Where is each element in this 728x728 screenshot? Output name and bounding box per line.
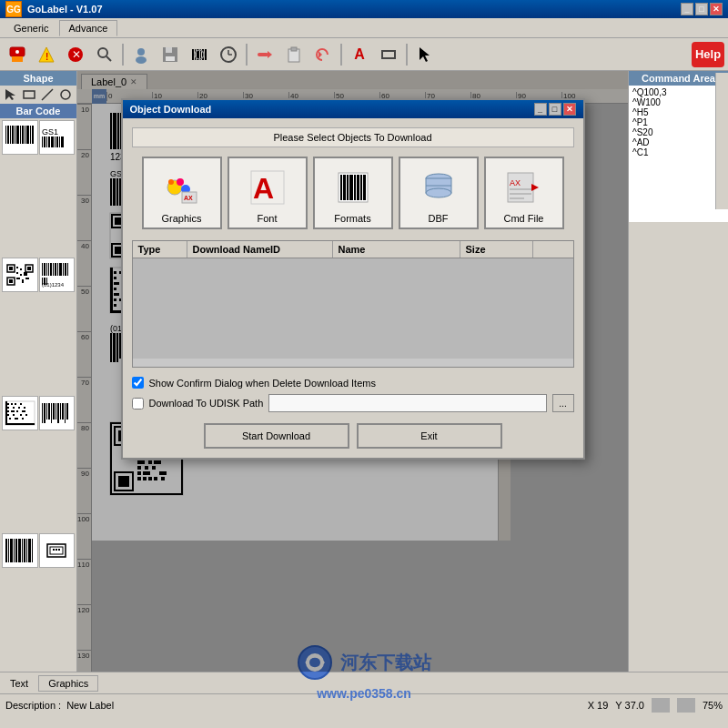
svg-rect-53 xyxy=(55,136,56,147)
svg-rect-14 xyxy=(192,49,194,60)
font-label: Font xyxy=(257,213,277,224)
exit-btn[interactable]: Exit xyxy=(357,423,502,449)
udisk-browse-btn[interactable]: ... xyxy=(552,394,574,412)
tab-text[interactable]: Text xyxy=(0,675,38,692)
minimize-btn[interactable]: _ xyxy=(681,3,693,15)
arrow-icon[interactable] xyxy=(4,87,18,102)
barcode-item-4[interactable]: (01)1234 xyxy=(39,258,76,292)
object-font[interactable]: A Font xyxy=(228,157,308,229)
svg-rect-79 xyxy=(57,263,58,276)
object-cmdfile[interactable]: AX Cmd File xyxy=(484,157,564,229)
rect-icon[interactable] xyxy=(22,87,36,102)
toolbar-text[interactable]: A xyxy=(346,42,373,67)
svg-rect-356 xyxy=(357,175,359,200)
barcode-item-1[interactable] xyxy=(2,120,38,155)
svg-rect-355 xyxy=(354,175,356,200)
svg-rect-108 xyxy=(15,418,18,420)
menu-bar: Generic Advance xyxy=(0,18,728,38)
svg-rect-102 xyxy=(22,410,25,412)
toolbar-save[interactable] xyxy=(157,42,184,67)
modal-close[interactable]: ✕ xyxy=(563,103,576,116)
toolbar: ! ✕ A Help xyxy=(0,38,728,71)
modal-maximize[interactable]: □ xyxy=(549,103,561,116)
toolbar-stop[interactable]: ✕ xyxy=(62,42,89,67)
close-btn[interactable]: ✕ xyxy=(710,3,723,15)
toolbar-search[interactable] xyxy=(91,42,118,67)
svg-rect-119 xyxy=(62,403,64,420)
circle-icon[interactable] xyxy=(58,87,73,102)
svg-point-2 xyxy=(15,50,19,54)
svg-rect-45 xyxy=(30,126,31,144)
start-download-btn[interactable]: Start Download xyxy=(204,423,349,449)
confirm-dialog-checkbox[interactable] xyxy=(132,377,144,389)
toolbar-undo[interactable] xyxy=(309,42,337,67)
barcode-item-8[interactable] xyxy=(39,533,76,568)
toolbar-user[interactable] xyxy=(127,42,155,67)
svg-text:AX: AX xyxy=(184,195,193,201)
svg-point-10 xyxy=(136,56,147,64)
tab-graphics[interactable]: Graphics xyxy=(38,675,98,692)
zoom-level: 75% xyxy=(703,700,723,711)
svg-rect-44 xyxy=(26,126,29,144)
udisk-checkbox[interactable] xyxy=(132,398,144,410)
svg-rect-351 xyxy=(340,175,342,200)
toolbar-barcode[interactable] xyxy=(186,42,213,67)
modal-minimize[interactable]: _ xyxy=(534,103,547,116)
barcode-item-5[interactable] xyxy=(2,396,38,430)
svg-marker-30 xyxy=(420,47,430,62)
svg-rect-32 xyxy=(24,91,35,98)
status-left: Description : New Label xyxy=(5,700,114,711)
svg-rect-109 xyxy=(22,418,24,420)
right-scrollbar[interactable] xyxy=(715,73,728,209)
svg-marker-28 xyxy=(318,51,322,58)
object-dbf[interactable]: DBF xyxy=(399,157,479,229)
svg-rect-36 xyxy=(7,126,9,144)
menu-advance[interactable]: Advance xyxy=(59,20,118,36)
barcode-item-7[interactable] xyxy=(2,533,38,568)
line-icon[interactable] xyxy=(40,87,55,102)
svg-rect-121 xyxy=(66,403,68,420)
svg-rect-35 xyxy=(5,126,6,144)
svg-rect-97 xyxy=(18,407,20,409)
object-graphics[interactable]: AX Graphics xyxy=(142,157,222,229)
command-content: ^Q100,3 ^W100 ^H5 ^P1 ^S20 ^AD ^C1 xyxy=(629,86,728,222)
window-controls: _ □ ✕ xyxy=(681,3,723,15)
table-body xyxy=(133,258,573,359)
toolbar-clipboard[interactable] xyxy=(280,42,308,67)
menu-generic[interactable]: Generic xyxy=(4,20,59,36)
barcode-item-3[interactable] xyxy=(2,258,38,292)
object-formats[interactable]: Formats xyxy=(313,157,393,229)
svg-rect-136 xyxy=(53,549,55,551)
svg-line-33 xyxy=(42,89,53,100)
toolbar-right-arrow[interactable] xyxy=(251,42,278,67)
svg-rect-81 xyxy=(63,263,64,276)
svg-rect-103 xyxy=(7,414,9,416)
status-bar: Description : New Label X 19 Y 37.0 75% xyxy=(0,693,728,715)
toolbar-clock[interactable] xyxy=(215,42,242,67)
svg-rect-354 xyxy=(349,175,353,200)
svg-rect-37 xyxy=(10,126,11,144)
toolbar-warning[interactable]: ! xyxy=(33,42,60,67)
modal-overlay: Object Download _ □ ✕ Please Select Obje… xyxy=(77,71,628,672)
command-header: Command Area xyxy=(629,71,728,86)
toolbar-print[interactable] xyxy=(4,42,31,67)
col-name: Name xyxy=(333,241,460,258)
dbf-icon xyxy=(417,166,460,209)
svg-rect-42 xyxy=(22,126,24,144)
toolbar-rect[interactable] xyxy=(375,42,402,67)
svg-rect-67 xyxy=(20,274,22,276)
barcode-item-6[interactable] xyxy=(39,396,76,430)
svg-rect-54 xyxy=(56,136,58,147)
svg-marker-25 xyxy=(268,51,272,58)
svg-rect-125 xyxy=(14,539,15,562)
toolbar-sep3 xyxy=(340,44,342,66)
udisk-path-input[interactable] xyxy=(268,394,546,412)
barcode-item-2[interactable]: GS1 xyxy=(39,120,76,155)
svg-marker-31 xyxy=(5,89,15,100)
toolbar-sep4 xyxy=(406,44,408,66)
svg-rect-51 xyxy=(48,136,50,147)
toolbar-help[interactable]: Help xyxy=(692,42,724,67)
toolbar-cursor[interactable] xyxy=(411,42,439,67)
formats-icon xyxy=(331,166,375,209)
maximize-btn[interactable]: □ xyxy=(695,3,708,15)
